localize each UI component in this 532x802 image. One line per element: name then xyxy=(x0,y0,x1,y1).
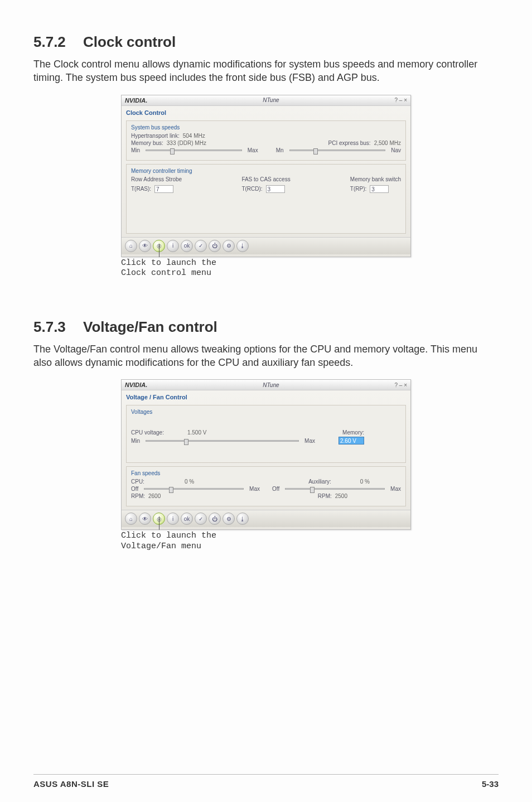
slider-mn-label: Mn xyxy=(276,147,284,153)
fan-speeds-panel: Fan speeds CPU: 0 % Auxiliary: 0 % Off M… xyxy=(126,466,406,506)
ht-link-value: 504 MHz xyxy=(183,133,205,139)
slider-max-label: Max xyxy=(248,147,258,153)
bank-label: Memory bank switch xyxy=(350,176,401,182)
panel-legend: Memory controller timing xyxy=(131,168,401,174)
clock-screenshot: NVIDIA. NTune ? – × Clock Control System… xyxy=(121,95,411,257)
nav-disk-button[interactable]: ⭳ xyxy=(236,240,249,252)
panel-legend: Fan speeds xyxy=(131,470,401,476)
nav-ok-button[interactable]: ok xyxy=(181,240,193,252)
heading-clock-control: 5.7.2 Clock control xyxy=(33,33,499,51)
section-clock: 5.7.2 Clock control The Clock control me… xyxy=(33,33,499,293)
heading-number: 5.7.3 xyxy=(33,318,66,336)
window-controls[interactable]: ? – × xyxy=(394,382,407,388)
app-name: NTune xyxy=(263,382,279,388)
heading-number: 5.7.2 xyxy=(33,33,66,51)
nav-disk-button[interactable]: ⭳ xyxy=(236,513,249,525)
voltage-screenshot: NVIDIA. NTune ? – × Voltage / Fan Contro… xyxy=(121,379,411,530)
memory-voltage-label: Memory: xyxy=(342,429,364,436)
nav-gear-button[interactable]: ⚙ xyxy=(223,240,235,252)
aux-rpm-label: RPM: xyxy=(318,493,332,499)
app-name: NTune xyxy=(263,97,279,103)
nav-eye-button[interactable]: 👁 xyxy=(139,240,151,252)
brand-logo: NVIDIA. xyxy=(125,381,147,388)
slider-min-label: Min xyxy=(131,147,140,153)
brand-logo: NVIDIA. xyxy=(125,97,147,104)
cpu-voltage-slider[interactable] xyxy=(146,440,299,442)
slider-min-label: Min xyxy=(131,438,140,444)
aux-fan-slider[interactable] xyxy=(285,488,385,490)
titlebar: NVIDIA. NTune ? – × xyxy=(122,95,410,106)
nav-power-button[interactable]: ⏻ xyxy=(209,240,221,252)
nav-info-button[interactable]: i xyxy=(167,240,179,252)
rp-select[interactable]: 3 xyxy=(370,185,389,193)
slider-max-label: Max xyxy=(304,438,315,444)
nav-home-button[interactable]: ⌂ xyxy=(125,240,137,252)
nav-check-button[interactable]: ✓ xyxy=(195,513,207,525)
rp-field-label: T(RP): xyxy=(350,186,366,192)
ntune-voltage-window: NVIDIA. NTune ? – × Voltage / Fan Contro… xyxy=(121,379,411,530)
memory-bus-value: 333 (DDR) MHz xyxy=(167,140,206,146)
product-name: ASUS A8N-SLI SE xyxy=(33,779,109,789)
page-label: Clock Control xyxy=(122,106,410,117)
slider-max-label: Max xyxy=(249,486,260,492)
ras-field-label: T(RAS): xyxy=(131,186,151,192)
pci-express-label: PCI express bus: xyxy=(328,140,370,146)
bus-speed-slider[interactable] xyxy=(146,149,242,151)
pci-express-value: 2,500 MHz xyxy=(374,140,401,146)
pci-speed-slider[interactable] xyxy=(289,149,386,151)
nav-toolbar: ⌂ 👁 ◎ i ok ✓ ⏻ ⚙ ⭳ xyxy=(122,237,410,254)
pointer-line xyxy=(159,244,159,257)
memory-bus-label: Memory bus: xyxy=(131,140,163,146)
nav-info-button[interactable]: i xyxy=(167,513,179,525)
heading-title: Voltage/Fan control xyxy=(83,318,217,335)
ntune-clock-window: NVIDIA. NTune ? – × Clock Control System… xyxy=(121,95,411,257)
panel-legend: System bus speeds xyxy=(131,124,401,131)
nav-power-button[interactable]: ⏻ xyxy=(209,513,221,525)
window-controls[interactable]: ? – × xyxy=(394,97,407,103)
cpu-voltage-value: 1.500 V xyxy=(187,429,206,436)
ht-link-label: Hypertransport link: xyxy=(131,133,180,139)
ras-label: Row Address Strobe xyxy=(131,176,182,182)
aux-rpm-value: 2500 xyxy=(335,493,347,499)
memory-controller-timing-panel: Memory controller timing Row Address Str… xyxy=(126,164,406,234)
slider-max-label-aux: Max xyxy=(390,486,401,492)
cpu-fan-slider[interactable] xyxy=(144,488,244,490)
cpu-rpm-value: 2600 xyxy=(148,493,161,499)
rcd-field-label: T(RCD): xyxy=(241,186,262,192)
aux-fan-pct: 0 % xyxy=(360,479,370,485)
pointer-line xyxy=(159,516,159,530)
voltage-caption: Click to launch the Voltage/Fan menu xyxy=(121,531,288,552)
cpu-voltage-label: CPU voltage: xyxy=(131,429,164,436)
nav-check-button[interactable]: ✓ xyxy=(195,240,207,252)
clock-caption: Click to launch the Clock control menu xyxy=(121,258,288,279)
fas-label: FAS to CAS access xyxy=(241,176,290,182)
nav-home-button[interactable]: ⌂ xyxy=(125,513,137,525)
section-voltage: 5.7.3 Voltage/Fan control The Voltage/Fa… xyxy=(33,318,499,530)
nav-ok-button[interactable]: ok xyxy=(181,513,193,525)
slider-off-label: Off xyxy=(131,486,138,492)
ras-select[interactable]: 7 xyxy=(154,185,173,193)
nav-gear-button[interactable]: ⚙ xyxy=(223,513,235,525)
cpu-fan-label: CPU: xyxy=(131,479,144,485)
aux-fan-label: Auxiliary: xyxy=(308,479,331,485)
heading-voltage-control: 5.7.3 Voltage/Fan control xyxy=(33,318,499,336)
nav-toolbar: ⌂ 👁 ◎ i ok ✓ ⏻ ⚙ ⭳ xyxy=(122,510,410,527)
page-footer: ASUS A8N-SLI SE 5-33 xyxy=(33,774,499,789)
page-number: 5-33 xyxy=(482,779,499,789)
rcd-select[interactable]: 3 xyxy=(266,185,285,193)
cpu-fan-pct: 0 % xyxy=(185,479,194,485)
titlebar: NVIDIA. NTune ? – × xyxy=(122,380,410,390)
memory-voltage-select[interactable]: 2.60 V xyxy=(338,437,364,445)
nav-eye-button[interactable]: 👁 xyxy=(139,513,151,525)
cpu-rpm-label: RPM: xyxy=(131,493,145,499)
slider-off-label-aux: Off xyxy=(272,486,279,492)
system-bus-speeds-panel: System bus speeds Hypertransport link: 5… xyxy=(126,120,406,161)
slider-nav-label: Nav xyxy=(391,147,401,153)
panel-legend: Voltages xyxy=(131,409,401,415)
voltage-paragraph: The Voltage/Fan control menu allows twea… xyxy=(33,342,499,370)
page-label: Voltage / Fan Control xyxy=(122,390,410,402)
heading-title: Clock control xyxy=(83,33,176,50)
voltages-panel: Voltages CPU voltage: 1.500 V Memory: Mi… xyxy=(126,405,406,463)
clock-paragraph: The Clock control menu allows dynamic mo… xyxy=(33,57,499,85)
